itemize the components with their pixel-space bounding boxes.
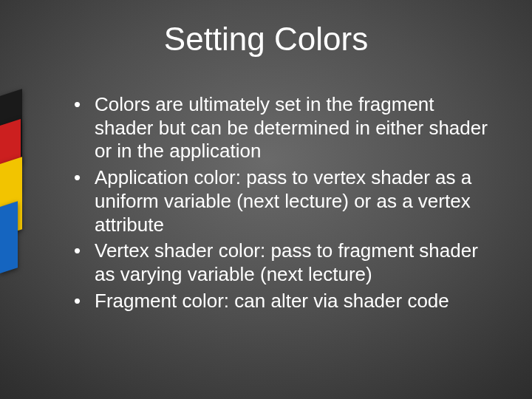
list-item: Fragment color: can alter via shader cod… bbox=[74, 290, 497, 313]
slide: Setting Colors Colors are ultimately set… bbox=[0, 0, 532, 399]
bullet-list: Colors are ultimately set in the fragmen… bbox=[35, 93, 497, 313]
list-item: Colors are ultimately set in the fragmen… bbox=[74, 93, 497, 163]
list-item: Application color: pass to vertex shader… bbox=[74, 166, 497, 236]
list-item: Vertex shader color: pass to fragment sh… bbox=[74, 239, 497, 286]
slide-title: Setting Colors bbox=[35, 21, 497, 58]
